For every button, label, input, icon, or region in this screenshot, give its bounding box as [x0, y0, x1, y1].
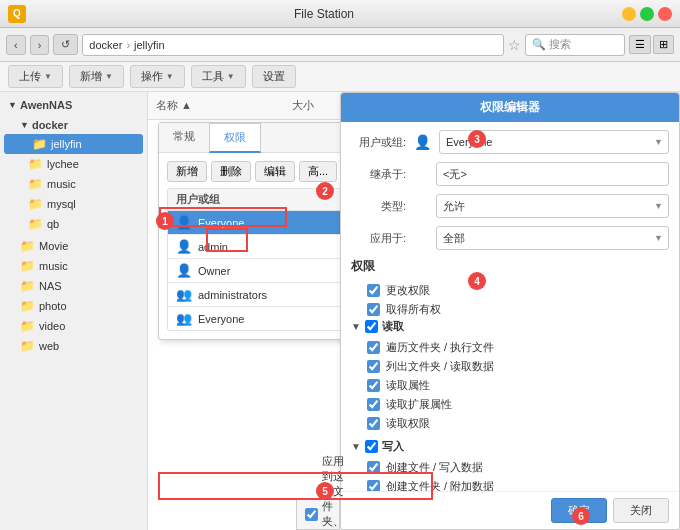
checkbox-write-all[interactable] [365, 440, 378, 453]
perm-apply-wrapper: 全部 ▼ [436, 226, 669, 250]
address-separator: › [126, 39, 130, 51]
perm-check-readextattr[interactable]: 读取扩展属性 [351, 395, 669, 414]
new-button[interactable]: 新增 ▼ [69, 65, 124, 88]
perm-check-traverse[interactable]: 遍历文件夹 / 执行文件 [351, 338, 669, 357]
perm-check-createfile[interactable]: 创建文件 / 写入数据 [351, 458, 669, 477]
minimize-button[interactable] [622, 7, 636, 21]
advanced-button[interactable]: 高... [299, 161, 337, 182]
read-section-label: 读取 [382, 319, 404, 334]
sidebar-item-jellyfin[interactable]: 📁 jellyfin [4, 134, 143, 154]
sidebar-item-mysql[interactable]: 📁 mysql [0, 194, 147, 214]
checkbox-change[interactable] [367, 284, 380, 297]
sidebar-docker-header[interactable]: ▼ docker [0, 116, 147, 134]
forward-button[interactable]: › [30, 35, 50, 55]
upload-arrow-icon: ▼ [44, 72, 52, 81]
titlebar: Q File Station [0, 0, 680, 28]
edit-user-button[interactable]: 编辑 [255, 161, 295, 182]
search-bar[interactable]: 🔍 搜索 [525, 34, 625, 56]
perm-user-icon: 👤 [414, 134, 431, 150]
sidebar-item-music[interactable]: 📁 music [0, 174, 147, 194]
perm-check-listfolder[interactable]: 列出文件夹 / 读取数据 [351, 357, 669, 376]
main-container: ▼ AwenNAS ▼ docker 📁 jellyfin 📁 lychee 📁… [0, 92, 680, 530]
grid-view-button[interactable]: ⊞ [653, 35, 674, 54]
address-segment-jellyfin[interactable]: jellyfin [134, 39, 165, 51]
perm-usergroup-label: 用户或组: [351, 135, 406, 150]
close-perm-button[interactable]: 关闭 [613, 498, 669, 523]
sidebar-item-music2[interactable]: 📁 music [0, 256, 147, 276]
write-collapse-icon[interactable]: ▼ [351, 441, 361, 452]
action-button[interactable]: 操作 ▼ [130, 65, 185, 88]
apply-recursive-checkbox[interactable] [305, 508, 318, 521]
checkbox-readperm[interactable] [367, 417, 380, 430]
bottom-checkbox-bar: 应用到这个文件夹、子文件夹及文 [296, 498, 340, 530]
sidebar-item-web[interactable]: 📁 web [0, 336, 147, 356]
tab-general[interactable]: 常规 [159, 123, 209, 152]
add-user-button[interactable]: 新增 [167, 161, 207, 182]
checkbox-createfolder[interactable] [367, 480, 380, 491]
folder-icon-lychee: 📁 [28, 157, 43, 171]
annotation-5: 5 [316, 482, 334, 500]
folder-icon-mysql: 📁 [28, 197, 43, 211]
folder-icon-music: 📁 [28, 177, 43, 191]
checkbox-read-all[interactable] [365, 320, 378, 333]
sidebar-item-qb[interactable]: 📁 qb [0, 214, 147, 234]
folder-icon-photo: 📁 [20, 299, 35, 313]
maximize-button[interactable] [640, 7, 654, 21]
search-icon: 🔍 [532, 38, 546, 51]
perm-inherit-select[interactable]: <无> [436, 162, 669, 186]
read-collapse-icon[interactable]: ▼ [351, 321, 361, 332]
user-icon-everyone-sel: 👤 [176, 215, 192, 230]
checkbox-listfolder[interactable] [367, 360, 380, 373]
sidebar-item-movie[interactable]: 📁 Movie [0, 236, 147, 256]
sidebar-item-nas[interactable]: 📁 NAS [0, 276, 147, 296]
upload-button[interactable]: 上传 ▼ [8, 65, 63, 88]
check-takeown-label: 取得所有权 [386, 302, 441, 317]
annotation-4: 4 [468, 272, 486, 290]
tab-permission[interactable]: 权限 [209, 123, 261, 153]
sidebar-group-awennas[interactable]: ▼ AwenNAS [0, 96, 147, 114]
sidebar-item-lychee[interactable]: 📁 lychee [0, 154, 147, 174]
address-bar[interactable]: docker › jellyfin [82, 34, 504, 56]
user-icon-owner: 👤 [176, 263, 192, 278]
refresh-button[interactable]: ↺ [53, 34, 78, 55]
close-button[interactable] [658, 7, 672, 21]
address-segment-docker[interactable]: docker [89, 39, 122, 51]
checkbox-createfile[interactable] [367, 461, 380, 474]
perm-check-takeown[interactable]: 取得所有权 [351, 300, 669, 319]
search-placeholder: 搜索 [549, 37, 571, 52]
checkbox-readextattr[interactable] [367, 398, 380, 411]
write-section-label: 写入 [382, 439, 404, 454]
settings-button[interactable]: 设置 [252, 65, 296, 88]
sidebar-item-video[interactable]: 📁 video [0, 316, 147, 336]
new-arrow-icon: ▼ [105, 72, 113, 81]
folder-icon: 📁 [32, 137, 47, 151]
sidebar-item-photo[interactable]: 📁 photo [0, 296, 147, 316]
action-bar: 上传 ▼ 新增 ▼ 操作 ▼ 工具 ▼ 设置 [0, 62, 680, 92]
perm-check-readattr[interactable]: 读取属性 [351, 376, 669, 395]
folder-icon-web: 📁 [20, 339, 35, 353]
perm-check-readperm[interactable]: 读取权限 [351, 414, 669, 433]
sidebar-mysql-label: mysql [47, 198, 76, 210]
checkbox-takeown[interactable] [367, 303, 380, 316]
folder-icon-video: 📁 [20, 319, 35, 333]
perm-check-createfolder[interactable]: 创建文件夹 / 附加数据 [351, 477, 669, 491]
list-view-button[interactable]: ☰ [629, 35, 651, 54]
docker-toggle-icon: ▼ [20, 120, 29, 130]
user-owner-label: Owner [198, 265, 230, 277]
perm-editor-footer: 确定 关闭 [341, 491, 679, 529]
view-buttons: ☰ ⊞ [629, 35, 674, 54]
perm-row-inherit: 继承于: <无> [351, 162, 669, 186]
perm-type-select[interactable]: 允许 [436, 194, 669, 218]
perm-check-change[interactable]: 更改权限 [351, 281, 669, 300]
checkbox-readattr[interactable] [367, 379, 380, 392]
back-button[interactable]: ‹ [6, 35, 26, 55]
favorite-button[interactable]: ☆ [508, 37, 521, 53]
action-arrow-icon: ▼ [166, 72, 174, 81]
perm-read-header: ▼ 读取 [351, 319, 669, 334]
perm-apply-select[interactable]: 全部 [436, 226, 669, 250]
tools-button[interactable]: 工具 ▼ [191, 65, 246, 88]
remove-user-button[interactable]: 删除 [211, 161, 251, 182]
folder-icon-nas: 📁 [20, 279, 35, 293]
checkbox-traverse[interactable] [367, 341, 380, 354]
perm-type-label: 类型: [351, 199, 406, 214]
